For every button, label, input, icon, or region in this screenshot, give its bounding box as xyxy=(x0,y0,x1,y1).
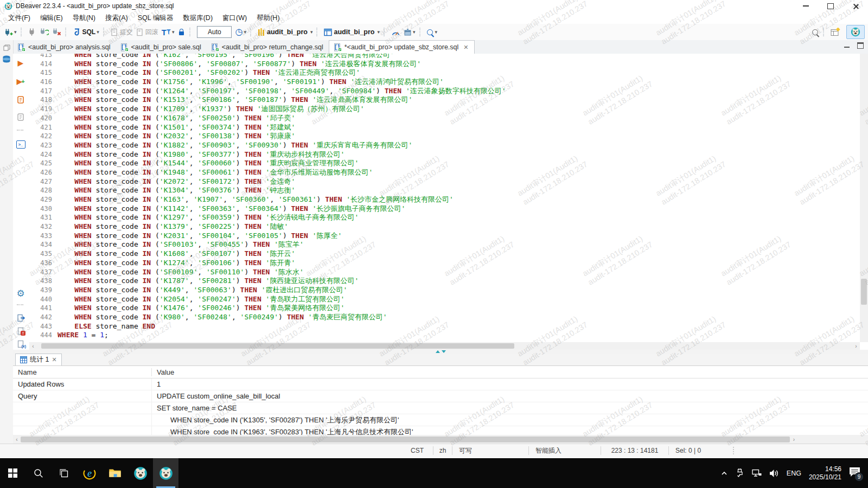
code-line[interactable]: 416 WHEN store_code IN ('K1756', 'K1996'… xyxy=(28,78,860,87)
result-row[interactable]: QueryUPDATE custom_online_sale_bill_loca… xyxy=(13,390,868,402)
chevron-down-icon[interactable]: ▾ xyxy=(172,29,175,35)
usb-icon[interactable] xyxy=(736,468,744,478)
quick-access-search[interactable] xyxy=(810,25,821,38)
menu-item[interactable]: 文件(F) xyxy=(3,14,35,23)
code-line[interactable]: 417 WHEN store_code IN ('K1264', 'SF0019… xyxy=(28,87,860,96)
code-line[interactable]: 443 ELSE store_name END xyxy=(28,322,860,331)
transaction-history-button[interactable]: ◷ ▾ xyxy=(233,25,248,38)
chevron-down-icon[interactable]: ▾ xyxy=(413,29,416,35)
menu-item[interactable]: 导航(N) xyxy=(68,14,100,23)
chevron-down-icon[interactable]: ▾ xyxy=(310,29,313,35)
execute-script-button[interactable] xyxy=(16,95,25,105)
code-line[interactable]: 418 WHEN store_code IN ('K1513', 'SF0018… xyxy=(28,95,860,105)
code-line[interactable]: 414 WHEN store_code IN ('SF00806', 'SF00… xyxy=(28,60,860,69)
rollback-button[interactable]: 回滚 xyxy=(135,25,160,38)
scrollbar-thumb[interactable] xyxy=(861,279,867,305)
chevron-down-icon[interactable]: ▾ xyxy=(244,29,246,35)
result-row[interactable]: SET store_name = CASE xyxy=(13,402,868,414)
scroll-left-arrow[interactable]: ‹ xyxy=(13,435,21,443)
code-line[interactable]: 431 WHEN store_code IN ('K1297', 'SF0035… xyxy=(28,213,860,222)
database-navigator-icon[interactable] xyxy=(0,55,13,63)
menu-item[interactable]: SQL 编辑器 xyxy=(133,14,178,23)
code-line[interactable]: 436 WHEN store_code IN ('K1274', 'SF0010… xyxy=(28,259,860,268)
code-line[interactable]: 424 WHEN store_code IN ('K1980', 'SF0037… xyxy=(28,150,860,159)
output-console-button[interactable]: >_ xyxy=(16,139,25,149)
commit-mode-button[interactable]: ▾ xyxy=(402,25,417,38)
menu-item[interactable]: 数据库(D) xyxy=(178,14,218,23)
close-button[interactable] xyxy=(843,0,868,12)
minimize-editor-icon[interactable] xyxy=(844,47,850,48)
close-tab-icon[interactable]: ✕ xyxy=(52,356,56,363)
commit-button[interactable]: 提交 xyxy=(109,25,135,38)
chevron-down-icon[interactable]: ▾ xyxy=(435,29,438,35)
editor-tab[interactable]: *<audit_bi_pro> update_sbz_store.sql✕ xyxy=(329,40,475,54)
code-viewport[interactable]: 413 WHEN store_code IN ('K162', 'SF00195… xyxy=(28,54,860,342)
schema-selector[interactable]: audit_bi_pro ▾ xyxy=(322,25,381,38)
maximize-editor-icon[interactable] xyxy=(857,42,864,49)
dbeaver-perspective-button[interactable] xyxy=(846,25,865,39)
minimize-button[interactable] xyxy=(793,0,818,12)
restore-view-button[interactable] xyxy=(0,44,13,51)
code-line[interactable]: 430 WHEN store_code IN ('K1142', 'SF0036… xyxy=(28,204,860,214)
sash-down-icon[interactable] xyxy=(442,350,446,353)
connect-button[interactable] xyxy=(27,25,38,38)
editor-tab[interactable]: <audit_bi_pro> sale.sql xyxy=(116,41,207,54)
search-button[interactable]: ▾ xyxy=(425,25,439,38)
action-center-button[interactable]: 9 xyxy=(849,467,860,479)
file-explorer-button[interactable] xyxy=(102,458,127,488)
code-line[interactable]: 415 WHEN store_code IN ('SF00201', 'SF00… xyxy=(28,68,860,78)
code-line[interactable]: 413 WHEN store_code IN ('K162', 'SF00195… xyxy=(28,54,860,60)
database-selector[interactable]: audit_bi_pro ▾ xyxy=(256,25,315,38)
scroll-right-arrow[interactable]: › xyxy=(790,435,797,443)
code-line[interactable]: 442 WHEN store_code IN ('K980', 'SF00248… xyxy=(28,313,860,322)
sql-editor[interactable]: ▶ ▶+ >_ ⚙ ! (x) xyxy=(13,54,868,350)
code-line[interactable]: 437 WHEN store_code IN ('SF00109', 'SF00… xyxy=(28,268,860,277)
code-line[interactable]: 423 WHEN store_code IN ('K1882', 'SF0090… xyxy=(28,141,860,150)
results-horizontal-scrollbar[interactable]: ‹ › xyxy=(13,435,868,444)
dbeaver-taskbar-button[interactable] xyxy=(127,458,153,488)
chevron-down-icon[interactable]: ▾ xyxy=(14,29,17,35)
taskbar-search-button[interactable] xyxy=(25,458,51,488)
code-line[interactable]: 420 WHEN store_code IN ('K1678', 'SF0025… xyxy=(28,114,860,123)
validate-script-button[interactable]: ! xyxy=(16,326,25,336)
network-icon[interactable] xyxy=(752,469,762,478)
code-line[interactable]: 427 WHEN store_code IN ('K2072', 'SF0017… xyxy=(28,177,860,187)
dbeaver-taskbar-button-active[interactable] xyxy=(153,458,178,488)
sql-editor-button[interactable]: SQL ▾ xyxy=(71,25,101,38)
close-tab-icon[interactable]: ✕ xyxy=(463,44,468,51)
code-line[interactable]: 441 WHEN store_code IN ('K1476', 'SF0024… xyxy=(28,304,860,313)
scroll-right-arrow[interactable]: › xyxy=(852,342,860,350)
tray-chevron-up-icon[interactable] xyxy=(720,470,728,477)
dashboard-button[interactable] xyxy=(390,25,402,38)
parameters-button[interactable]: (x) xyxy=(16,339,25,349)
code-line[interactable]: 439 WHEN store_code IN ('K449', 'SF00063… xyxy=(28,286,860,295)
explain-plan-button[interactable] xyxy=(16,112,25,122)
statistics-tab[interactable]: 统计 1 ✕ xyxy=(15,354,62,365)
scroll-left-arrow[interactable]: ‹ xyxy=(29,342,37,350)
code-line[interactable]: 428 WHEN store_code IN ('K1304', 'SF0037… xyxy=(28,186,860,195)
editor-tab[interactable]: <audit_bi_pro> analysis.sql xyxy=(13,41,116,54)
maximize-button[interactable] xyxy=(818,0,843,12)
editor-vertical-scrollbar[interactable] xyxy=(860,54,868,342)
new-connection-button[interactable]: ▾ xyxy=(2,25,18,38)
code-line[interactable]: 433 WHEN store_code IN ('K2031', 'SF0010… xyxy=(28,232,860,241)
result-row[interactable]: WHEN store_code IN ('K1305', 'SF00287') … xyxy=(13,414,868,426)
chevron-down-icon[interactable]: ▾ xyxy=(378,29,380,35)
code-line[interactable]: 435 WHEN store_code IN ('K1608', 'SF0010… xyxy=(28,249,860,259)
code-line[interactable]: 421 WHEN store_code IN ('K1501', 'SF0037… xyxy=(28,123,860,132)
menu-item[interactable]: 编辑(E) xyxy=(35,14,68,23)
open-perspective-button[interactable] xyxy=(829,25,842,38)
internet-explorer-button[interactable]: e xyxy=(76,458,102,488)
code-line[interactable]: 422 WHEN store_code IN ('K2032', 'SF0013… xyxy=(28,132,860,141)
code-line[interactable]: 444WHERE 1 = 1; xyxy=(28,331,860,340)
code-line[interactable]: 438 WHEN store_code IN ('K1787', 'SF0028… xyxy=(28,277,860,286)
menu-item[interactable]: 帮助(H) xyxy=(252,14,284,23)
disconnect-button[interactable] xyxy=(50,25,63,38)
task-view-button[interactable] xyxy=(51,458,76,488)
code-line[interactable]: 440 WHEN store_code IN ('K2054', 'SF0024… xyxy=(28,295,860,304)
chevron-down-icon[interactable]: ▾ xyxy=(97,29,99,35)
menu-item[interactable]: 搜索(A) xyxy=(100,14,133,23)
editor-horizontal-scrollbar[interactable]: ‹ › xyxy=(29,342,860,350)
commit-mode-selector[interactable]: Auto xyxy=(197,26,232,38)
result-row[interactable]: Updated Rows1 xyxy=(13,378,868,390)
